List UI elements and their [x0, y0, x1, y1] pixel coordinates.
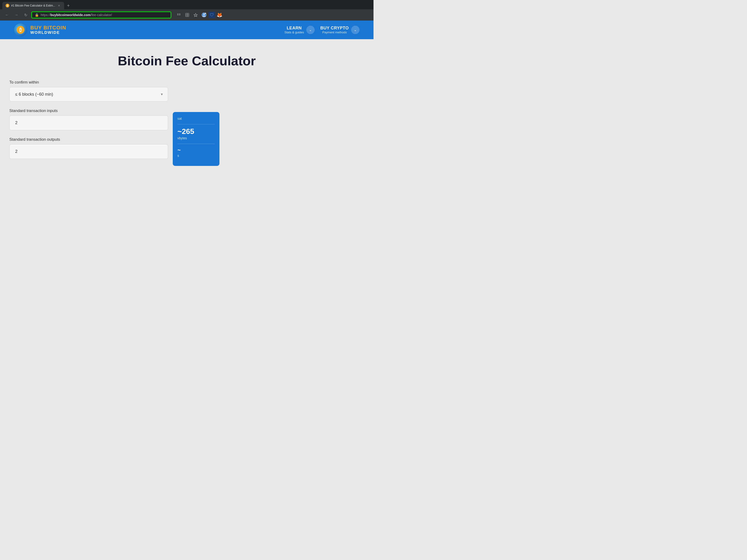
result-vbytes-row: ~265 vbytes: [177, 127, 215, 140]
svg-rect-4: [179, 14, 180, 15]
result-second-row: ~ s: [177, 147, 215, 158]
outputs-group: Standard transaction outputs: [9, 137, 168, 159]
website: ₿ BUY BITCOIN WORLDWIDE LEARN Stats & gu…: [0, 21, 374, 175]
svg-rect-3: [179, 14, 180, 14]
svg-rect-7: [187, 13, 189, 15]
collections-button[interactable]: [183, 11, 191, 19]
refresh-button[interactable]: ↻: [22, 11, 29, 19]
page-title: Bitcoin Fee Calculator: [9, 53, 364, 69]
nav-learn-chevron[interactable]: ⌄: [306, 26, 315, 34]
svg-rect-8: [186, 15, 187, 17]
logo-globe: ₿: [14, 23, 27, 36]
nav-learn-main: LEARN: [284, 26, 304, 31]
logo-worldwide: WORLDWIDE: [30, 31, 66, 35]
inputs-group: Standard transaction inputs: [9, 108, 168, 130]
address-text: https://buybitcoinworldwide.com/fee-calc…: [41, 13, 168, 17]
logo-area[interactable]: ₿ BUY BITCOIN WORLDWIDE: [14, 23, 66, 36]
nav-learn[interactable]: LEARN Stats & guides ⌄: [284, 26, 315, 34]
svg-rect-1: [177, 14, 179, 15]
nav-learn-text: LEARN Stats & guides: [284, 26, 304, 34]
confirm-select[interactable]: ≤ 6 blocks (~60 min): [9, 87, 168, 102]
site-nav: ₿ BUY BITCOIN WORLDWIDE LEARN Stats & gu…: [0, 21, 374, 39]
nav-buy-crypto-text: BUY CRYPTO Payment methods: [320, 26, 349, 34]
main-content: Bitcoin Fee Calculator To confirm within…: [0, 39, 374, 175]
shield-extension-icon[interactable]: 🛡: [209, 12, 215, 18]
confirm-within-group: To confirm within ≤ 6 blocks (~60 min): [9, 80, 168, 102]
reader-view-button[interactable]: [175, 11, 183, 19]
nav-buy-crypto-main: BUY CRYPTO: [320, 26, 349, 31]
confirm-label: To confirm within: [9, 80, 168, 85]
nav-buy-crypto[interactable]: BUY CRYPTO Payment methods ⌄: [320, 26, 360, 34]
result-sat-label: sat: [177, 117, 215, 121]
outputs-label: Standard transaction outputs: [9, 137, 168, 142]
outputs-field[interactable]: [9, 144, 168, 159]
tab-close-button[interactable]: ×: [57, 4, 61, 7]
fox-extension-icon[interactable]: 🦊: [216, 12, 223, 18]
inputs-label: Standard transaction inputs: [9, 108, 168, 113]
address-path: /fee-calculator/: [91, 13, 112, 17]
svg-rect-0: [177, 14, 179, 14]
address-domain: buybitcoinworldwide.com: [50, 13, 91, 17]
nav-buy-crypto-chevron[interactable]: ⌄: [351, 26, 360, 34]
tab-favicon: ₿: [6, 4, 9, 7]
svg-rect-9: [187, 15, 189, 17]
result-vbytes-label: vbytes: [177, 136, 215, 140]
browser-chrome: ₿ #1 Bitcoin Fee Calculator & Estim... ×…: [0, 0, 374, 21]
result-vbytes-value: ~265: [177, 127, 215, 136]
favorites-button[interactable]: [192, 11, 199, 19]
address-protocol: https://: [41, 13, 50, 17]
result-panel: sat ~265 vbytes ~ s: [173, 112, 220, 166]
address-bar[interactable]: 🔒 https://buybitcoinworldwide.com/fee-ca…: [31, 11, 171, 19]
result-second-label: s: [177, 154, 215, 158]
result-divider-2: [177, 144, 215, 144]
inputs-field[interactable]: [9, 115, 168, 130]
confirm-select-wrapper: ≤ 6 blocks (~60 min): [9, 87, 168, 102]
svg-rect-6: [186, 13, 187, 15]
calculator-layout: To confirm within ≤ 6 blocks (~60 min) S…: [9, 80, 364, 166]
tab-title: #1 Bitcoin Fee Calculator & Estim...: [11, 4, 55, 7]
svg-rect-2: [177, 15, 179, 16]
back-button[interactable]: ←: [3, 11, 11, 19]
nav-buy-crypto-sub: Payment methods: [320, 31, 349, 34]
forward-button[interactable]: →: [12, 11, 20, 19]
active-tab[interactable]: ₿ #1 Bitcoin Fee Calculator & Estim... ×: [2, 2, 64, 9]
nav-right-icons: ⊕ 🛡 🦊: [175, 11, 223, 19]
logo-buy-bitcoin: BUY BITCOIN: [30, 25, 66, 31]
logo-bitcoin-symbol: ₿: [17, 26, 25, 34]
nav-menu: LEARN Stats & guides ⌄ BUY CRYPTO Paymen…: [284, 26, 360, 34]
logo-text: BUY BITCOIN WORLDWIDE: [30, 25, 66, 35]
result-sat-row: sat: [177, 117, 215, 121]
new-tab-button[interactable]: +: [65, 2, 72, 9]
tab-bar: ₿ #1 Bitcoin Fee Calculator & Estim... ×…: [0, 0, 374, 9]
nav-learn-sub: Stats & guides: [284, 31, 304, 34]
lock-icon: 🔒: [35, 13, 39, 17]
result-second-value: ~: [177, 147, 215, 153]
svg-text:⊕: ⊕: [205, 12, 206, 15]
calculator-form: To confirm within ≤ 6 blocks (~60 min) S…: [9, 80, 168, 166]
profile-button[interactable]: ⊕: [200, 11, 208, 19]
nav-bar: ← → ↻ 🔒 https://buybitcoinworldwide.com/…: [0, 9, 374, 21]
svg-rect-5: [179, 15, 180, 16]
